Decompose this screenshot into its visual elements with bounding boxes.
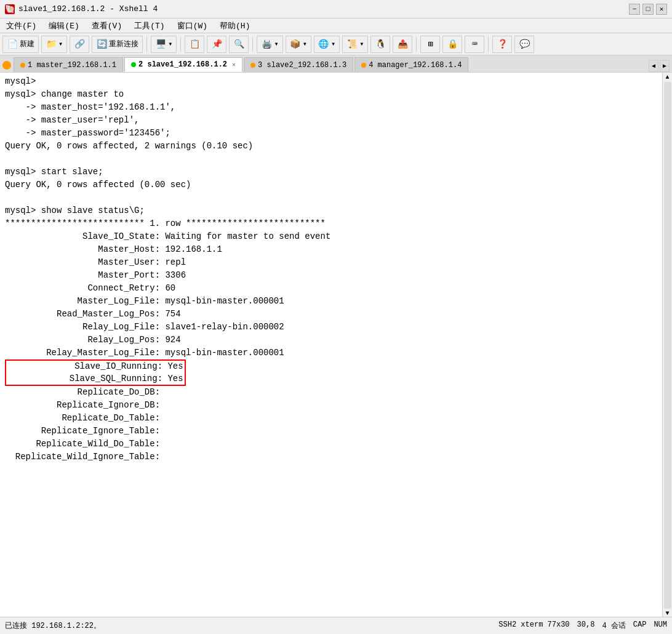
menu-edit[interactable]: 编辑(E) (45, 19, 82, 33)
terminal[interactable]: mysql> mysql> change master to -> master… (0, 73, 662, 617)
window-title: slave1_192.168.1.2 - Xshell 4 (18, 4, 158, 14)
highlight-running-box: Slave_IO_Running: Yes Slave_SQL_Running:… (5, 359, 186, 386)
apps-button[interactable]: 📦 ▾ (286, 36, 311, 53)
web-icon: 🌐 (318, 39, 329, 50)
terminal-content: mysql> mysql> change master to -> master… (5, 75, 657, 463)
status-num: NUM (654, 620, 667, 631)
menu-help[interactable]: 帮助(H) (216, 19, 254, 33)
status-connection: 已连接 192.168.1.2:22。 (5, 620, 101, 631)
toolbar: 📄 新建 📁 ▾ 🔗 🔄 重新连接 🖥️ ▾ 📋 📌 🔍 🖨️ ▾ 📦 ▾ 🌐 … (0, 33, 672, 55)
copy-icon: 📋 (189, 39, 200, 50)
chain-icon: 🔗 (74, 39, 85, 50)
print-button[interactable]: 🖨️ ▾ (257, 36, 282, 53)
help-button[interactable]: ❓ (492, 36, 512, 53)
separator-2 (180, 37, 181, 52)
tab-slave2[interactable]: 3 slave2_192.168.1.3 (244, 57, 353, 72)
title-bar-left: 🐚 slave1_192.168.1.2 - Xshell 4 (5, 4, 158, 14)
tab-label-3: 3 slave2_192.168.1.3 (258, 61, 346, 70)
menu-tools[interactable]: 工具(T) (130, 19, 168, 33)
connect-button[interactable]: 🔗 (70, 36, 89, 53)
apps-icon: 📦 (290, 39, 301, 50)
tab-label-1: 1 master_192.168.1.1 (28, 61, 116, 70)
scroll-up-button[interactable]: ▲ (665, 74, 669, 81)
separator-4 (416, 37, 417, 52)
separator-5 (488, 37, 489, 52)
tab-dot-4 (361, 63, 366, 68)
menu-view[interactable]: 查看(V) (88, 19, 126, 33)
scroll-down-button[interactable]: ▼ (665, 610, 669, 617)
maximize-button[interactable]: □ (642, 4, 654, 15)
chat-button[interactable]: 💬 (514, 36, 534, 53)
reconnect-icon: 🔄 (96, 39, 107, 50)
terminal-wrapper: mysql> mysql> change master to -> master… (0, 73, 662, 617)
display-icon: 🖥️ (155, 39, 166, 50)
tab-dot-3 (250, 63, 255, 68)
grid-icon: ⊞ (425, 39, 436, 50)
keyboard-button[interactable]: ⌨️ (465, 36, 484, 53)
grid-button[interactable]: ⊞ (420, 36, 440, 53)
xmanager-icon: 🐧 (375, 39, 386, 50)
status-position: 30,8 (577, 620, 595, 631)
status-bar: 已连接 192.168.1.2:22。 SSH2 xterm 77x30 30,… (0, 617, 672, 634)
xmanager-button[interactable]: 🐧 (370, 36, 390, 53)
tab-prev-button[interactable]: ◀ (649, 60, 658, 72)
print-icon: 🖨️ (261, 39, 272, 50)
script-button[interactable]: 📜 ▾ (342, 36, 368, 53)
status-sessions: 4 会话 (602, 620, 625, 631)
tab-bar: 1 master_192.168.1.1 2 slave1_192.168.1.… (0, 55, 672, 73)
tab-label-4: 4 manager_192.168.1.4 (369, 61, 462, 70)
main-area: mysql> mysql> change master to -> master… (0, 73, 672, 617)
help-icon: ❓ (497, 39, 508, 50)
new-icon: 📄 (7, 39, 18, 50)
tab-navigation: ◀ ▶ (649, 60, 670, 72)
find-icon: 🔍 (233, 39, 244, 50)
open-button[interactable]: 📁 ▾ (41, 36, 67, 53)
keyboard-icon: ⌨️ (469, 39, 480, 50)
script-icon: 📜 (346, 39, 358, 50)
minimize-button[interactable]: − (629, 4, 640, 15)
title-bar: 🐚 slave1_192.168.1.2 - Xshell 4 − □ ✕ (0, 0, 672, 18)
tab-dot-1 (20, 63, 25, 68)
chat-icon: 💬 (519, 39, 530, 50)
status-right: SSH2 xterm 77x30 30,8 4 会话 CAP NUM (498, 620, 667, 631)
menu-bar: 文件(F) 编辑(E) 查看(V) 工具(T) 窗口(W) 帮助(H) (0, 18, 672, 33)
close-button[interactable]: ✕ (656, 4, 667, 15)
paste-button[interactable]: 📌 (207, 36, 226, 53)
display-button[interactable]: 🖥️ ▾ (151, 36, 177, 53)
paste-icon: 📌 (211, 39, 222, 50)
status-caps: CAP (633, 620, 647, 631)
folder-icon: 📁 (46, 39, 57, 50)
tab-master[interactable]: 1 master_192.168.1.1 (14, 57, 123, 72)
tab-dot-2 (131, 62, 136, 67)
lock-button[interactable]: 🔒 (442, 36, 462, 53)
separator-1 (146, 37, 147, 52)
app-icon: 🐚 (5, 4, 15, 14)
find-button[interactable]: 🔍 (229, 36, 249, 53)
status-ssh: SSH2 xterm 77x30 (498, 620, 569, 631)
tab-close-2[interactable]: ✕ (232, 61, 236, 68)
window-controls: − □ ✕ (629, 4, 667, 15)
tab-next-button[interactable]: ▶ (660, 60, 670, 72)
tab-manager[interactable]: 4 manager_192.168.1.4 (354, 57, 468, 72)
menu-file[interactable]: 文件(F) (2, 19, 40, 33)
scrollbar[interactable]: ▲ ▼ (662, 73, 672, 617)
scroll-thumb[interactable] (664, 82, 671, 609)
tab-label-2: 2 slave1_192.168.1.2 (138, 60, 227, 69)
web-button[interactable]: 🌐 ▾ (314, 36, 340, 53)
lock-icon: 🔒 (447, 39, 458, 50)
xftp-button[interactable]: 📤 (393, 36, 412, 53)
xftp-icon: 📤 (397, 39, 408, 50)
reconnect-button[interactable]: 🔄 重新连接 (92, 36, 143, 53)
add-tab-icon[interactable] (2, 61, 11, 70)
menu-window[interactable]: 窗口(W) (174, 19, 211, 33)
tab-slave1[interactable]: 2 slave1_192.168.1.2 ✕ (124, 57, 242, 72)
separator-3 (252, 37, 253, 52)
new-button[interactable]: 📄 新建 (2, 36, 39, 53)
copy-button[interactable]: 📋 (185, 36, 204, 53)
